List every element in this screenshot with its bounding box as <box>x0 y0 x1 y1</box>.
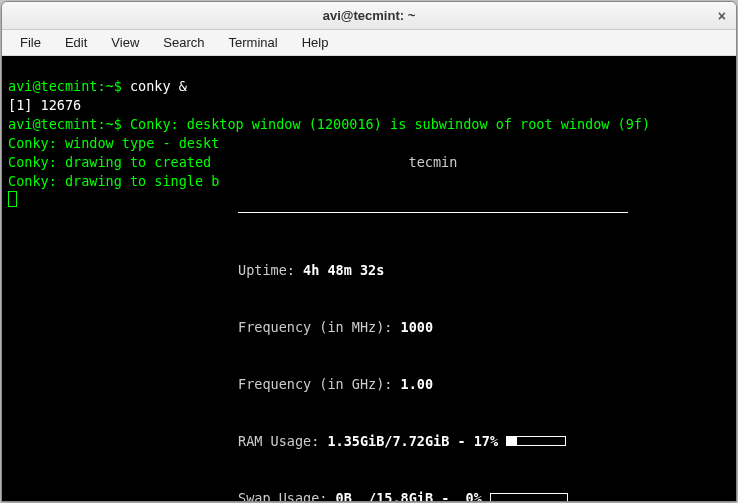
conky-output: Conky: drawing to single b <box>8 173 219 189</box>
uptime-label: Uptime: <box>238 262 303 278</box>
ram-value: 1.35GiB/7.72GiB - 17% <box>327 433 506 449</box>
menu-view[interactable]: View <box>101 31 149 54</box>
cursor-icon <box>8 191 17 207</box>
conky-hostname: tecmin <box>238 153 628 172</box>
freq-ghz-value: 1.00 <box>401 376 434 392</box>
close-icon[interactable]: × <box>718 8 726 24</box>
conky-output: Conky: window type - deskt <box>8 135 219 151</box>
command-input: conky & <box>130 78 187 94</box>
swap-label: Swap Usage: <box>238 490 336 501</box>
ram-label: RAM Usage: <box>238 433 327 449</box>
titlebar[interactable]: avi@tecmint: ~ × <box>2 2 736 30</box>
menu-edit[interactable]: Edit <box>55 31 97 54</box>
freq-ghz-label: Frequency (in GHz): <box>238 376 401 392</box>
swap-bar <box>490 493 568 501</box>
divider <box>238 212 628 213</box>
freq-mhz-value: 1000 <box>401 319 434 335</box>
prompt: avi@tecmint:~$ <box>8 78 130 94</box>
menu-file[interactable]: File <box>10 31 51 54</box>
ram-bar <box>506 436 566 446</box>
menu-help[interactable]: Help <box>292 31 339 54</box>
menu-search[interactable]: Search <box>153 31 214 54</box>
swap-value: 0B /15.8GiB - 0% <box>336 490 490 501</box>
job-output: [1] 12676 <box>8 97 81 113</box>
conky-overlay: tecmin Uptime: 4h 48m 32s Frequency (in … <box>238 115 628 501</box>
conky-output: Conky: drawing to created <box>8 154 211 170</box>
freq-mhz-label: Frequency (in MHz): <box>238 319 401 335</box>
menubar: File Edit View Search Terminal Help <box>2 30 736 56</box>
window-title: avi@tecmint: ~ <box>323 8 416 23</box>
prompt: avi@tecmint:~$ <box>8 116 130 132</box>
menu-terminal[interactable]: Terminal <box>219 31 288 54</box>
terminal-body[interactable]: avi@tecmint:~$ conky & [1] 12676 avi@tec… <box>2 56 736 501</box>
uptime-value: 4h 48m 32s <box>303 262 384 278</box>
terminal-window: avi@tecmint: ~ × File Edit View Search T… <box>1 1 737 502</box>
